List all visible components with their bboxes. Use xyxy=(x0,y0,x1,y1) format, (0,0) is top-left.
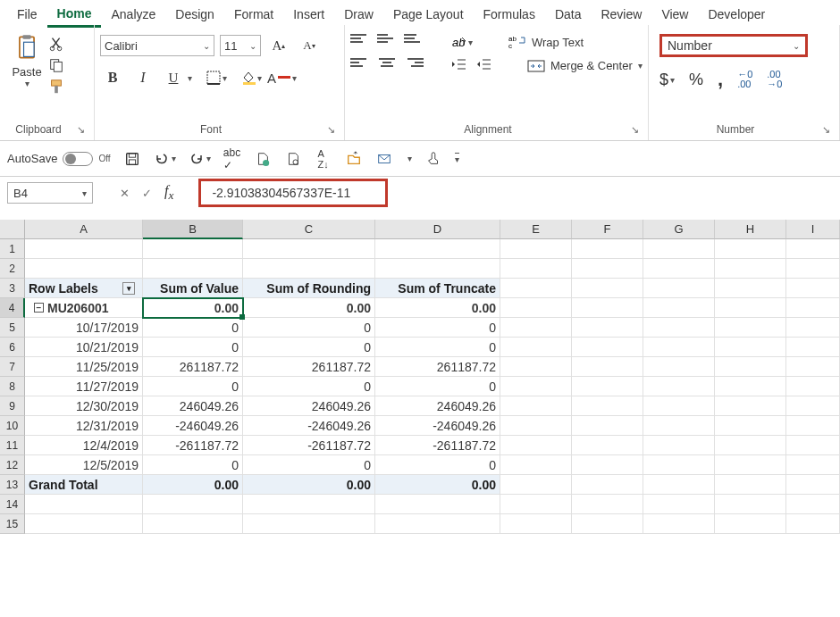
cell[interactable] xyxy=(715,357,786,377)
cell[interactable]: 0 xyxy=(375,455,500,475)
row-header[interactable]: 11 xyxy=(0,436,25,455)
increase-indent-button[interactable] xyxy=(475,57,491,74)
collapse-icon[interactable]: − xyxy=(34,303,44,313)
cell[interactable] xyxy=(786,455,840,475)
cell[interactable] xyxy=(243,514,375,534)
decrease-decimal-button[interactable]: .00→0 xyxy=(767,70,782,89)
cell[interactable] xyxy=(243,259,375,279)
cell[interactable] xyxy=(572,357,643,377)
print-preview-button[interactable] xyxy=(284,150,302,168)
pivot-header[interactable]: Sum of Truncate xyxy=(375,279,500,298)
decrease-indent-button[interactable] xyxy=(450,57,466,74)
cell[interactable] xyxy=(715,239,786,259)
row-header[interactable]: 6 xyxy=(0,338,25,357)
cell[interactable] xyxy=(500,495,572,514)
cell[interactable] xyxy=(572,298,643,318)
align-middle-button[interactable] xyxy=(377,34,397,50)
row-header[interactable]: 2 xyxy=(0,259,25,279)
cell[interactable] xyxy=(500,259,572,279)
cell[interactable] xyxy=(643,377,715,396)
cell[interactable] xyxy=(500,416,572,436)
cell[interactable] xyxy=(572,318,643,338)
row-header[interactable]: 9 xyxy=(0,396,25,416)
cell[interactable] xyxy=(572,396,643,416)
cell[interactable] xyxy=(572,377,643,396)
cell[interactable] xyxy=(500,475,572,495)
cut-button[interactable] xyxy=(48,36,64,52)
pivot-date[interactable]: 11/25/2019 xyxy=(25,357,143,377)
row-header[interactable]: 4 xyxy=(0,298,25,318)
col-header[interactable]: A xyxy=(25,220,143,239)
cell[interactable]: -246049.26 xyxy=(143,416,243,436)
cell[interactable] xyxy=(143,495,243,514)
cell[interactable] xyxy=(572,436,643,455)
align-bottom-button[interactable] xyxy=(404,34,424,50)
cell[interactable] xyxy=(500,396,572,416)
email-button[interactable] xyxy=(375,150,393,168)
pivot-header[interactable]: Row Labels▾ xyxy=(25,279,143,298)
cell[interactable] xyxy=(643,514,715,534)
cell[interactable] xyxy=(715,495,786,514)
cell[interactable] xyxy=(500,514,572,534)
cell[interactable] xyxy=(643,298,715,318)
redo-button[interactable]: ▾ xyxy=(189,151,211,167)
cell[interactable] xyxy=(786,298,840,318)
row-header[interactable]: 1 xyxy=(0,239,25,259)
cell[interactable] xyxy=(572,416,643,436)
pivot-date[interactable]: 10/21/2019 xyxy=(25,338,143,357)
underline-button[interactable]: U▾ xyxy=(161,66,192,89)
number-format-select[interactable]: Number ⌄ xyxy=(659,34,808,57)
cell[interactable]: -246049.26 xyxy=(375,416,500,436)
cell[interactable]: -261187.72 xyxy=(243,436,375,455)
formula-input[interactable]: -2.91038304567337E-11 xyxy=(198,179,388,207)
row-header[interactable]: 14 xyxy=(0,495,25,514)
cell[interactable] xyxy=(643,318,715,338)
font-color-button[interactable]: A▾ xyxy=(267,71,297,86)
sort-button[interactable]: AZ↓ xyxy=(315,150,332,168)
align-left-button[interactable] xyxy=(350,58,370,74)
cell[interactable] xyxy=(143,514,243,534)
tab-developer[interactable]: Developer xyxy=(698,3,775,26)
cell[interactable] xyxy=(786,396,840,416)
cell[interactable] xyxy=(500,357,572,377)
tab-draw[interactable]: Draw xyxy=(334,3,383,26)
cell[interactable]: 246049.26 xyxy=(375,396,500,416)
cell[interactable] xyxy=(572,495,643,514)
percent-format-button[interactable]: % xyxy=(689,71,703,89)
increase-decimal-button[interactable]: ←0.00 xyxy=(737,70,752,89)
new-file-button[interactable] xyxy=(254,150,272,168)
cell[interactable]: 0 xyxy=(143,338,243,357)
insert-function-button[interactable]: fx xyxy=(164,183,173,203)
cell[interactable] xyxy=(375,514,500,534)
pivot-date[interactable]: 12/31/2019 xyxy=(25,416,143,436)
fill-color-button[interactable]: ▾ xyxy=(241,71,262,85)
cell[interactable] xyxy=(786,514,840,534)
cell[interactable]: 246049.26 xyxy=(143,396,243,416)
cell[interactable]: 0 xyxy=(243,377,375,396)
pivot-date[interactable]: 12/4/2019 xyxy=(25,436,143,455)
cell[interactable]: 0 xyxy=(243,338,375,357)
cell[interactable]: 0.00 xyxy=(243,475,375,495)
cell[interactable] xyxy=(500,338,572,357)
cell[interactable] xyxy=(572,279,643,298)
align-right-button[interactable] xyxy=(404,58,424,74)
pivot-group[interactable]: −MU206001 xyxy=(25,298,143,318)
cell[interactable] xyxy=(25,514,143,534)
cell[interactable] xyxy=(715,318,786,338)
cell[interactable] xyxy=(643,436,715,455)
autosave-toggle[interactable]: AutoSave Off xyxy=(7,152,111,166)
cell[interactable] xyxy=(25,239,143,259)
undo-button[interactable]: ▾ xyxy=(154,151,176,167)
cell[interactable] xyxy=(25,495,143,514)
cell[interactable]: -246049.26 xyxy=(243,416,375,436)
row-header[interactable]: 13 xyxy=(0,475,25,495)
tab-home[interactable]: Home xyxy=(47,2,102,28)
italic-button[interactable]: I xyxy=(130,66,155,89)
font-launcher[interactable]: ↘ xyxy=(327,124,339,136)
tab-format[interactable]: Format xyxy=(224,3,283,26)
bold-button[interactable]: B xyxy=(100,66,125,89)
row-header[interactable]: 5 xyxy=(0,318,25,338)
cell[interactable] xyxy=(715,436,786,455)
cell[interactable] xyxy=(25,259,143,279)
open-button[interactable] xyxy=(345,150,363,168)
